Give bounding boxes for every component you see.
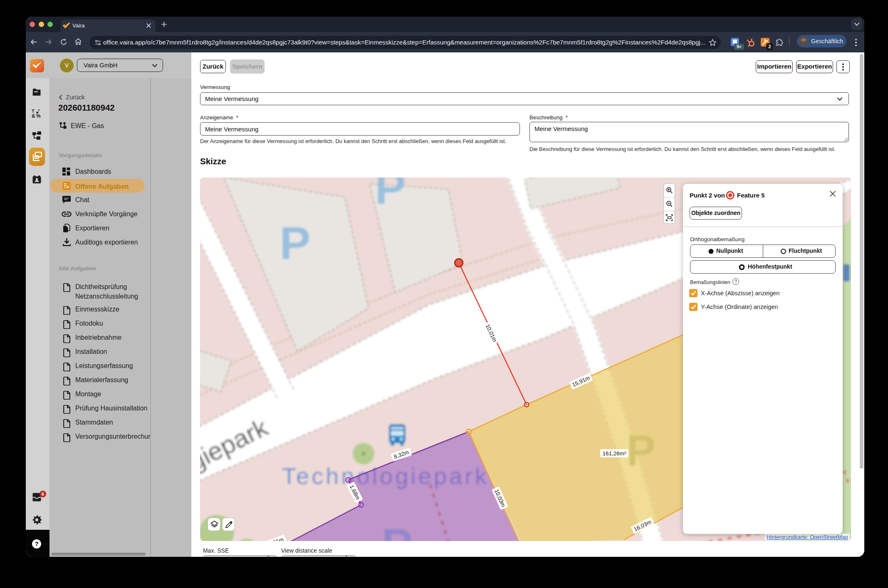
svg-text:P: P — [375, 178, 406, 214]
svg-text:P: P — [280, 217, 311, 269]
svg-text:161,26m²: 161,26m² — [602, 450, 626, 457]
